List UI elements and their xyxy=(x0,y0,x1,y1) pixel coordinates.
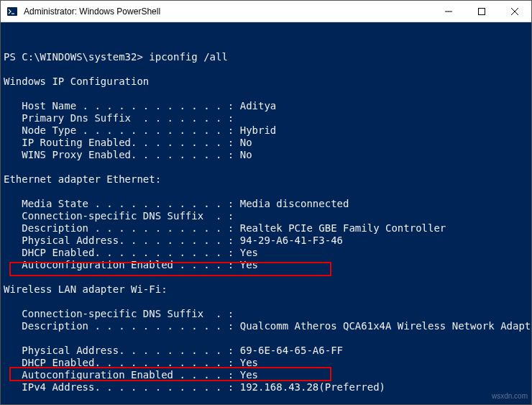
primary-dns-suffix-line: Primary Dns Suffix . . . . . . . : xyxy=(4,112,234,124)
wifi-ipv4-line: IPv4 Address. . . . . . . . . . . : 192.… xyxy=(4,381,385,393)
blank-line xyxy=(4,88,9,99)
svg-rect-3 xyxy=(479,8,485,14)
blank-line xyxy=(4,296,9,307)
titlebar[interactable]: Administrator: Windows PowerShell xyxy=(1,1,531,22)
eth-autoconfig-line: Autoconfiguration Enabled . . . . : Yes xyxy=(4,259,258,270)
close-button[interactable] xyxy=(498,1,531,22)
prompt-path: PS C:\WINDOWS\system32> xyxy=(4,51,143,63)
wifi-dns-suffix-line: Connection-specific DNS Suffix . : xyxy=(4,308,234,319)
output-header: Windows IP Configuration xyxy=(4,76,149,87)
wifi-description-line: Description . . . . . . . . . . . : Qual… xyxy=(4,320,531,332)
blank-line xyxy=(4,271,9,283)
wifi-header: Wireless LAN adapter Wi-Fi: xyxy=(4,283,168,295)
blank-line xyxy=(4,161,9,173)
powershell-icon xyxy=(6,6,18,17)
blank-line xyxy=(4,63,9,75)
wifi-autoconfig-line: Autoconfiguration Enabled . . . . : Yes xyxy=(4,369,258,381)
eth-description-line: Description . . . . . . . . . . . : Real… xyxy=(4,222,446,234)
eth-dns-suffix-line: Connection-specific DNS Suffix . : xyxy=(4,210,234,222)
powershell-window: Administrator: Windows PowerShell PS C:\… xyxy=(0,0,532,405)
eth-dhcp-line: DHCP Enabled. . . . . . . . . . . : Yes xyxy=(4,247,258,258)
media-state-line: Media State . . . . . . . . . . . : Medi… xyxy=(4,198,349,209)
wins-proxy-line: WINS Proxy Enabled. . . . . . . . : No xyxy=(4,149,252,160)
blank-line xyxy=(4,39,9,50)
watermark: wsxdn.com xyxy=(492,390,528,402)
window-title: Administrator: Windows PowerShell xyxy=(24,6,432,17)
host-name-line: Host Name . . . . . . . . . . . . : Adit… xyxy=(4,100,276,112)
minimize-button[interactable] xyxy=(432,1,465,22)
blank-line xyxy=(4,186,9,197)
ethernet-header: Ethernet adapter Ethernet: xyxy=(4,173,161,185)
ip-routing-line: IP Routing Enabled. . . . . . . . : No xyxy=(4,137,252,148)
wifi-physical-address-line: Physical Address. . . . . . . . . : 69-6… xyxy=(4,345,343,356)
eth-physical-address-line: Physical Address. . . . . . . . . : 94-2… xyxy=(4,235,343,246)
window-controls xyxy=(432,1,531,22)
maximize-button[interactable] xyxy=(465,1,498,22)
wifi-dhcp-line: DHCP Enabled. . . . . . . . . . . : Yes xyxy=(4,357,258,368)
svg-rect-0 xyxy=(7,7,17,16)
node-type-line: Node Type . . . . . . . . . . . . : Hybr… xyxy=(4,124,276,136)
terminal-content[interactable]: PS C:\WINDOWS\system32> ipconfig /all Wi… xyxy=(1,22,531,404)
command-text: ipconfig /all xyxy=(149,51,228,63)
